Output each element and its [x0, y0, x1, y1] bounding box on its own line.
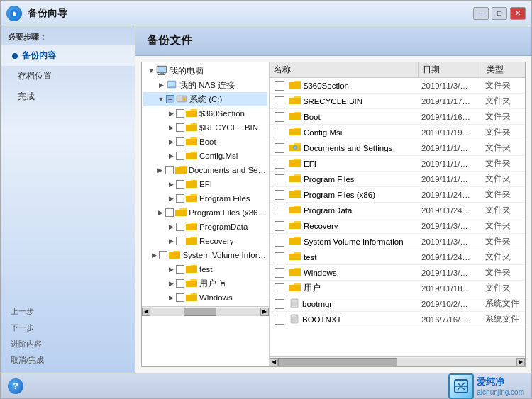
tree-checkbox[interactable]	[176, 180, 184, 189]
tree-item-nas[interactable]: ▶ 我的 NAS 连接	[143, 78, 267, 92]
tree-item-programdata[interactable]: ▶ ProgramData	[143, 220, 267, 234]
tree-item-recovery[interactable]: ▶ Recovery	[143, 234, 267, 248]
tree-item-360section[interactable]: ▶ $360Section	[143, 106, 267, 120]
tree-checkbox[interactable]: ─	[166, 95, 174, 103]
expand-icon[interactable]: ▶	[156, 80, 166, 90]
maximize-button[interactable]: □	[492, 7, 507, 20]
more-button[interactable]: 进阶内容	[6, 337, 129, 351]
tree-item-users[interactable]: ▶ 用户 🖱	[143, 276, 267, 291]
tree-item-efi[interactable]: ▶ EFI	[143, 177, 267, 191]
tree-pane[interactable]: ▼ 我的电脑	[142, 62, 270, 306]
tree-item-configmsi[interactable]: ▶ Config.Msi	[143, 149, 267, 163]
expand-icon[interactable]: ▶	[166, 264, 176, 274]
help-icon[interactable]: ?	[8, 378, 23, 394]
sidebar-item-complete[interactable]: 完成	[1, 86, 135, 107]
list-item[interactable]: EFI 2019/11/1/… 文件夹	[270, 156, 525, 172]
tree-item-system-c[interactable]: ▼ ─ 系统 (C:)	[143, 92, 267, 106]
expand-icon[interactable]: ▶	[166, 293, 176, 303]
list-item[interactable]: Recovery 2019/11/3/… 文件夹	[270, 218, 525, 234]
tree-checkbox[interactable]	[165, 208, 174, 217]
scroll-thumb[interactable]	[278, 358, 397, 366]
file-checkbox[interactable]	[275, 206, 284, 215]
list-item[interactable]: test 2019/11/24… 文件夹	[270, 249, 525, 265]
tree-checkbox[interactable]	[159, 251, 167, 259]
list-item[interactable]: Program Files (x86) 2019/11/24… 文件夹	[270, 187, 525, 203]
file-checkbox[interactable]	[275, 315, 284, 325]
expand-icon[interactable]: ▼	[156, 94, 166, 104]
next-button[interactable]: 下一步	[6, 321, 129, 335]
expand-icon[interactable]: ▶	[149, 250, 159, 260]
expand-icon[interactable]: ▶	[155, 165, 165, 175]
file-checkbox[interactable]	[275, 159, 284, 169]
expand-icon[interactable]: ▼	[146, 66, 156, 76]
list-item[interactable]: Documents and Settings 2019/11/1/… 文件夹	[270, 140, 525, 156]
file-checkbox[interactable]	[275, 252, 284, 262]
list-item[interactable]: $360Section 2019/11/3/… 文件夹	[270, 78, 525, 94]
list-item[interactable]: System Volume Information 2019/11/3/… 文件…	[270, 234, 525, 249]
file-checkbox[interactable]	[275, 143, 284, 153]
file-checkbox[interactable]	[275, 128, 284, 137]
scroll-track[interactable]	[278, 358, 516, 366]
tree-checkbox[interactable]	[176, 194, 184, 203]
tree-checkbox[interactable]	[176, 279, 184, 288]
minimize-button[interactable]: ─	[473, 7, 489, 20]
file-checkbox[interactable]	[275, 268, 284, 278]
tree-checkbox[interactable]	[176, 137, 184, 146]
tree-checkbox[interactable]	[176, 237, 184, 245]
scroll-thumb[interactable]	[184, 308, 217, 316]
scroll-left-btn[interactable]: ◀	[142, 308, 150, 316]
list-item[interactable]: Boot 2019/11/16… 文件夹	[270, 109, 525, 125]
tree-checkbox[interactable]	[176, 293, 184, 302]
list-item[interactable]: bootmgr 2019/10/2/… 系统文件	[270, 296, 525, 312]
file-list-pane[interactable]: 名称 日期 类型 $360Section 2019/11/3/…	[270, 62, 525, 356]
tree-checkbox[interactable]	[176, 223, 184, 231]
tree-checkbox[interactable]	[176, 123, 184, 132]
expand-icon[interactable]: ▶	[166, 151, 176, 161]
expand-icon[interactable]: ▶	[166, 222, 176, 232]
list-item[interactable]: ProgramData 2019/11/24… 文件夹	[270, 203, 525, 218]
tree-item-programfilesx86[interactable]: ▶ Program Files (x86…	[143, 206, 267, 220]
expand-icon[interactable]: ▶	[166, 279, 176, 288]
expand-icon[interactable]: ▶	[166, 108, 176, 118]
file-checkbox[interactable]	[275, 81, 284, 91]
tree-checkbox[interactable]	[176, 109, 184, 118]
tree-checkbox[interactable]	[176, 265, 184, 274]
tree-checkbox[interactable]	[165, 166, 174, 174]
file-checkbox[interactable]	[275, 96, 284, 106]
cancel-button[interactable]: 取消/完成	[6, 354, 129, 367]
tree-item-my-computer[interactable]: ▼ 我的电脑	[143, 64, 267, 78]
list-item[interactable]: 用户 2019/11/18… 文件夹	[270, 281, 525, 296]
file-checkbox[interactable]	[275, 190, 284, 200]
scroll-track[interactable]	[150, 308, 260, 316]
list-item[interactable]: $RECYCLE.BIN 2019/11/17… 文件夹	[270, 94, 525, 109]
expand-icon[interactable]: ▶	[166, 236, 176, 246]
file-checkbox[interactable]	[275, 237, 284, 247]
close-button[interactable]: ✕	[510, 7, 526, 20]
file-checkbox[interactable]	[275, 174, 284, 184]
col-type-header[interactable]: 类型	[482, 62, 525, 77]
expand-icon[interactable]: ▶	[166, 123, 176, 133]
tree-item-programfiles[interactable]: ▶ Program Files	[143, 191, 267, 206]
tree-item-recycle[interactable]: ▶ $RECYCLE.BIN	[143, 120, 267, 135]
tree-horizontal-scrollbar[interactable]: ◀ ▶	[142, 306, 269, 316]
expand-icon[interactable]: ▶	[166, 137, 176, 147]
file-list-horizontal-scrollbar[interactable]: ◀ ▶	[270, 356, 525, 366]
tree-item-boot[interactable]: ▶ Boot	[143, 135, 267, 149]
sidebar-item-storage-location[interactable]: 存档位置	[1, 66, 135, 86]
scroll-right-btn[interactable]: ▶	[516, 358, 525, 366]
col-name-header[interactable]: 名称	[270, 62, 419, 77]
col-date-header[interactable]: 日期	[419, 62, 482, 77]
list-item[interactable]: Config.Msi 2019/11/19… 文件夹	[270, 125, 525, 140]
file-checkbox[interactable]	[275, 283, 284, 293]
list-item[interactable]: BOOTNXT 2016/7/16/… 系统文件	[270, 312, 525, 327]
tree-checkbox[interactable]	[176, 152, 184, 160]
scroll-right-btn[interactable]: ▶	[260, 308, 269, 316]
prev-button[interactable]: 上一步	[6, 305, 129, 318]
scroll-left-btn[interactable]: ◀	[270, 358, 278, 366]
list-item[interactable]: Windows 2019/11/3/… 文件夹	[270, 265, 525, 281]
file-checkbox[interactable]	[275, 299, 284, 309]
expand-icon[interactable]: ▶	[166, 179, 176, 189]
tree-item-sysvolinfo[interactable]: ▶ System Volume Infor…	[143, 248, 267, 262]
file-checkbox[interactable]	[275, 221, 284, 231]
file-checkbox[interactable]	[275, 112, 284, 122]
